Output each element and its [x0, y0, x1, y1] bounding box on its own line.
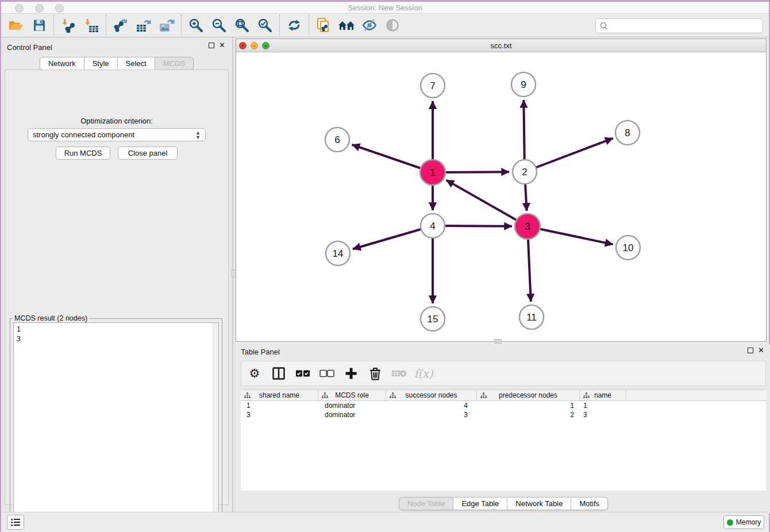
zoom-out-icon	[211, 18, 227, 33]
tab-network-table[interactable]: Network Table	[507, 497, 571, 510]
table-cell[interactable]: dominator	[318, 410, 386, 419]
network-view-window: ✕ − ＋ scc.txt 7968124314101511	[236, 38, 767, 342]
criterion-dropdown[interactable]: strongly connected component ▲▼	[28, 128, 206, 141]
float-table-panel-icon[interactable]	[748, 348, 753, 353]
import-table-button[interactable]	[80, 16, 103, 35]
graph-node-8[interactable]: 8	[615, 121, 640, 145]
hierarchy-icon	[322, 392, 328, 399]
close-panel-icon[interactable]: ✕	[219, 43, 225, 48]
export-image-button[interactable]	[155, 16, 178, 35]
graph-node-6[interactable]: 6	[325, 128, 349, 152]
tab-style[interactable]: Style	[84, 57, 118, 70]
tab-network[interactable]: Network	[40, 57, 84, 70]
column-label: successor nodes	[405, 391, 457, 399]
toolbar-separator	[181, 15, 182, 36]
refresh-button[interactable]	[283, 16, 306, 35]
edge-3-1[interactable]	[446, 180, 528, 226]
column-header-shared-name[interactable]: shared name	[241, 390, 318, 400]
export-table-button[interactable]	[132, 16, 155, 35]
table-cell[interactable]: dominator	[318, 401, 386, 410]
column-label: MCDS role	[335, 391, 369, 399]
memory-button[interactable]: Memory	[723, 515, 764, 529]
split-column-icon	[272, 367, 286, 380]
svg-text:10: 10	[623, 242, 634, 253]
export-network-icon	[113, 18, 129, 33]
graph-node-7[interactable]: 7	[421, 74, 445, 98]
graph-node-9[interactable]: 9	[511, 72, 536, 97]
column-header-predecessor-nodes[interactable]: predecessor nodes	[477, 390, 580, 400]
column-header-MCDS-role[interactable]: MCDS role	[318, 390, 386, 400]
run-mcds-button[interactable]: Run MCDS	[56, 147, 110, 160]
table-cell[interactable]: 3	[386, 410, 477, 419]
mcds-result-title: MCDS result (2 nodes)	[13, 314, 89, 322]
delete-column-button[interactable]	[368, 366, 383, 381]
toolbar-separator	[106, 15, 106, 36]
first-neighbors-icon	[316, 17, 331, 33]
graph-node-14[interactable]: 14	[326, 241, 350, 265]
table-cell[interactable]: 2	[477, 410, 580, 419]
column-header-name[interactable]: name	[580, 390, 626, 400]
search-box[interactable]	[595, 18, 763, 33]
graph-node-1[interactable]: 1	[420, 160, 445, 185]
tab-select[interactable]: Select	[118, 57, 155, 70]
control-panel-tabs: NetworkStyleSelectMCDS	[40, 57, 194, 70]
result-scrollbar[interactable]	[213, 323, 218, 531]
delete-table-button[interactable]	[392, 366, 407, 381]
split-column-button[interactable]	[271, 366, 286, 381]
graph-node-3[interactable]: 3	[515, 214, 540, 239]
zoom-in-button[interactable]	[184, 16, 207, 35]
tab-edge-table[interactable]: Edge Table	[453, 497, 507, 510]
home-button[interactable]	[335, 16, 358, 35]
function-builder-button[interactable]: f(x)	[416, 366, 431, 381]
close-table-panel-icon[interactable]: ✕	[758, 348, 764, 353]
zoom-fit-button[interactable]	[230, 16, 253, 35]
task-history-button[interactable]	[7, 515, 24, 530]
graph-node-10[interactable]: 10	[616, 236, 640, 260]
table-cell[interactable]: 3	[580, 410, 626, 419]
table-row[interactable]: 1dominator411	[241, 401, 766, 410]
eye-disabled-button[interactable]	[381, 16, 404, 35]
first-neighbors-button[interactable]	[312, 16, 335, 35]
table-cell[interactable]: 1	[580, 401, 626, 410]
save-button[interactable]	[28, 16, 51, 35]
function-builder-icon: f(x)	[414, 367, 433, 380]
edge-2-8[interactable]	[525, 138, 613, 172]
list-icon	[10, 517, 21, 527]
mcds-result-list[interactable]: 1 3	[13, 322, 219, 532]
graph-node-15[interactable]: 15	[421, 307, 445, 331]
add-column-button[interactable]	[344, 366, 359, 381]
tab-mcds[interactable]: MCDS	[155, 57, 194, 70]
column-header-successor-nodes[interactable]: successor nodes	[386, 390, 477, 400]
export-table-icon	[136, 18, 152, 33]
float-panel-icon[interactable]	[209, 43, 214, 48]
table-row[interactable]: 3dominator323	[241, 410, 766, 419]
import-network-button[interactable]	[57, 16, 80, 35]
graph-node-2[interactable]: 2	[513, 160, 537, 184]
network-canvas[interactable]: 7968124314101511	[236, 52, 766, 341]
graph-node-4[interactable]: 4	[421, 214, 445, 238]
zoom-selected-button[interactable]	[253, 16, 276, 35]
tab-motifs[interactable]: Motifs	[571, 497, 608, 510]
zoom-out-button[interactable]	[207, 16, 230, 35]
panel-splitter-horizontal-grip[interactable]	[494, 339, 502, 344]
close-panel-button[interactable]: Close panel	[118, 147, 178, 160]
export-network-button[interactable]	[109, 16, 132, 35]
hide-panel-button[interactable]	[358, 16, 381, 35]
unchecked-boxes-icon	[319, 369, 334, 377]
graph-node-11[interactable]: 11	[519, 305, 544, 329]
svg-text:14: 14	[333, 248, 344, 259]
table-cell[interactable]: 3	[241, 410, 318, 419]
unchecked-boxes-button[interactable]	[319, 366, 334, 381]
network-window-titlebar[interactable]: ✕ − ＋ scc.txt	[236, 39, 766, 52]
search-input[interactable]	[609, 20, 763, 32]
table-cell[interactable]: 4	[386, 401, 477, 410]
tab-node-table[interactable]: Node Table	[399, 497, 454, 510]
zoom-fit-icon	[234, 18, 250, 33]
zoom-in-icon	[188, 18, 204, 33]
table-cell[interactable]: 1	[477, 401, 580, 410]
open-folder-button[interactable]	[5, 16, 28, 35]
checked-boxes-button[interactable]	[295, 366, 310, 381]
table-cell[interactable]: 1	[241, 401, 318, 410]
search-icon	[599, 21, 609, 30]
gear-button[interactable]: ⚙	[247, 366, 262, 381]
